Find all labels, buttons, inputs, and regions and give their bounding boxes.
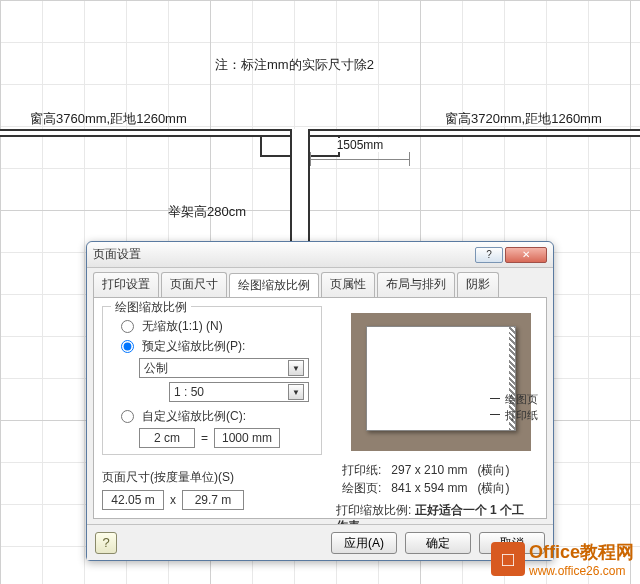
scale-group-legend: 绘图缩放比例 xyxy=(111,299,191,316)
label-frame-height: 举架高280cm xyxy=(168,203,246,221)
equals-label: = xyxy=(201,431,208,445)
tab-page-properties[interactable]: 页属性 xyxy=(321,272,375,297)
preview-box: 绘图页 打印纸 xyxy=(346,308,536,456)
times-label: x xyxy=(170,493,176,507)
watermark-url: www.office26.com xyxy=(529,564,634,578)
info-print-paper-label: 打印纸: xyxy=(338,462,385,478)
radio-predefined[interactable] xyxy=(121,340,134,353)
unit-select-value: 公制 xyxy=(144,360,168,377)
drawing-note: 注：标注mm的实际尺寸除2 xyxy=(215,56,374,74)
preview-page xyxy=(366,326,516,431)
close-button[interactable]: ✕ xyxy=(505,247,547,263)
custom-scale-right[interactable]: 1000 mm xyxy=(214,428,280,448)
watermark: □ Office教程网 www.office26.com xyxy=(491,540,634,578)
dimension-value: 1505mm xyxy=(335,138,386,152)
ok-button[interactable]: 确定 xyxy=(405,532,471,554)
ratio-select-value: 1 : 50 xyxy=(174,385,204,399)
page-height-input[interactable]: 29.7 m xyxy=(182,490,244,510)
watermark-brand: Office教程网 xyxy=(529,540,634,564)
radio-custom-label: 自定义缩放比例(C): xyxy=(142,408,246,425)
info-print-paper-orient: (横向) xyxy=(473,462,513,478)
radio-predefined-label: 预定义缩放比例(P): xyxy=(142,338,245,355)
dialog-help-button[interactable]: ? xyxy=(95,532,117,554)
tab-pane: 绘图缩放比例 无缩放(1:1) (N) 预定义缩放比例(P): 公制 ▼ 1 :… xyxy=(93,297,547,519)
info-drawing-page-value: 841 x 594 mm xyxy=(387,480,471,496)
wall-horizontal xyxy=(0,129,640,137)
info-fit-label: 打印缩放比例: xyxy=(336,503,411,517)
apply-button[interactable]: 应用(A) xyxy=(331,532,397,554)
tab-layout-routing[interactable]: 布局与排列 xyxy=(377,272,455,297)
custom-scale-left[interactable]: 2 cm xyxy=(139,428,195,448)
tab-strip: 打印设置 页面尺寸 绘图缩放比例 页属性 布局与排列 阴影 xyxy=(87,268,553,297)
dialog-button-bar: ? 应用(A) 确定 取消 xyxy=(87,524,553,560)
page-setup-dialog: 页面设置 ? ✕ 打印设置 页面尺寸 绘图缩放比例 页属性 布局与排列 阴影 绘… xyxy=(86,241,554,561)
unit-select[interactable]: 公制 ▼ xyxy=(139,358,309,378)
preview-leader-2 xyxy=(490,414,500,415)
radio-no-scale[interactable] xyxy=(121,320,134,333)
label-window-left: 窗高3760mm,距地1260mm xyxy=(30,110,187,128)
dimension-1505: 1505mm xyxy=(310,152,410,166)
tab-drawing-scale[interactable]: 绘图缩放比例 xyxy=(229,273,319,298)
scale-group: 绘图缩放比例 无缩放(1:1) (N) 预定义缩放比例(P): 公制 ▼ 1 :… xyxy=(102,306,322,455)
label-window-right: 窗高3720mm,距地1260mm xyxy=(445,110,602,128)
info-drawing-page-label: 绘图页: xyxy=(338,480,385,496)
dialog-title: 页面设置 xyxy=(93,246,473,263)
preview-leader-1 xyxy=(490,398,500,399)
page-width-input[interactable]: 42.05 m xyxy=(102,490,164,510)
dialog-titlebar[interactable]: 页面设置 ? ✕ xyxy=(87,242,553,268)
info-drawing-page-orient: (横向) xyxy=(473,480,513,496)
ratio-select[interactable]: 1 : 50 ▼ xyxy=(169,382,309,402)
help-button[interactable]: ? xyxy=(475,247,503,263)
preview-label-printer-paper: 打印纸 xyxy=(505,408,538,423)
tab-page-size[interactable]: 页面尺寸 xyxy=(161,272,227,297)
chevron-down-icon: ▼ xyxy=(288,384,304,400)
radio-custom[interactable] xyxy=(121,410,134,423)
tab-shadow[interactable]: 阴影 xyxy=(457,272,499,297)
info-print-paper-value: 297 x 210 mm xyxy=(387,462,471,478)
radio-no-scale-label: 无缩放(1:1) (N) xyxy=(142,318,223,335)
info-block: 打印纸: 297 x 210 mm (横向) 绘图页: 841 x 594 mm… xyxy=(336,460,536,534)
watermark-icon: □ xyxy=(491,542,525,576)
chevron-down-icon: ▼ xyxy=(288,360,304,376)
preview-label-drawing-page: 绘图页 xyxy=(505,392,538,407)
tab-print-setup[interactable]: 打印设置 xyxy=(93,272,159,297)
